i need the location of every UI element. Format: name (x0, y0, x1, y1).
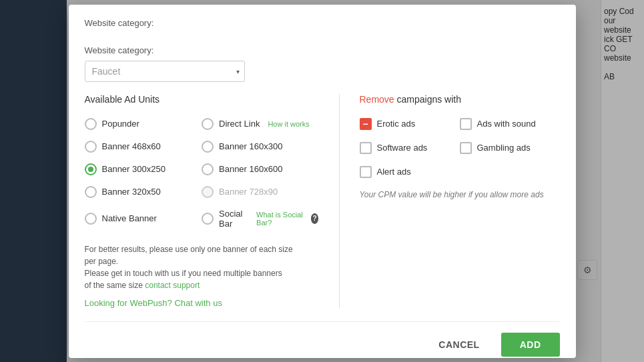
radio-label-banner-300x250: Banner 300x250 (102, 164, 166, 174)
radio-circle-banner-160x300 (202, 141, 214, 153)
website-category-label: Website category: (85, 18, 154, 28)
remove-campaigns-panel: Remove campaigns with Erotic ads Ads wit… (360, 94, 560, 308)
label-gambling-ads: Gambling ads (477, 143, 531, 153)
radio-label-popunder: Popunder (102, 119, 139, 129)
radio-banner-160x600[interactable]: Banner 160x600 (202, 159, 319, 179)
radio-circle-banner-320x50 (85, 186, 97, 198)
radio-label-direct-link: Direct Link (219, 119, 260, 129)
filter-erotic-ads[interactable]: Erotic ads (360, 114, 460, 134)
info-line4: of the same size (85, 281, 143, 290)
radio-label-banner-160x600: Banner 160x600 (219, 164, 282, 174)
remove-keyword: Remove (360, 94, 394, 105)
filter-gambling-ads[interactable]: Gambling ads (460, 138, 560, 158)
ad-units-title: Available Ad Units (85, 94, 319, 105)
help-icon-social-bar[interactable]: ? (311, 213, 319, 224)
ad-units-grid: Popunder Direct Link How it works Banner… (85, 114, 319, 233)
radio-label-banner-728x90: Banner 728x90 (219, 187, 278, 197)
radio-popunder[interactable]: Popunder (85, 114, 202, 134)
checkbox-erotic-ads (360, 118, 372, 130)
info-line1: For better results, please use only one … (85, 245, 293, 254)
filters-grid: Erotic ads Ads with sound Software ads (360, 114, 560, 182)
radio-banner-160x300[interactable]: Banner 160x300 (202, 137, 319, 157)
info-line2: per page. (85, 257, 119, 266)
radio-label-banner-468x60: Banner 468x60 (102, 141, 161, 151)
radio-circle-banner-728x90 (202, 186, 214, 198)
radio-label-social-bar: Social Bar (219, 209, 248, 229)
label-alert-ads: Alert ads (377, 167, 411, 177)
info-text: For better results, please use only one … (85, 243, 319, 291)
radio-native-banner[interactable]: Native Banner (85, 205, 202, 233)
radio-circle-banner-300x250 (85, 163, 97, 175)
radio-direct-link[interactable]: Direct Link How it works (202, 114, 319, 134)
how-it-works-link[interactable]: How it works (268, 120, 309, 128)
modal-backdrop: Website category: Website category: Fauc… (0, 0, 644, 362)
label-ads-with-sound: Ads with sound (477, 119, 536, 129)
radio-banner-320x50[interactable]: Banner 320x50 (85, 182, 202, 202)
website-category-dropdown[interactable]: Faucet (85, 61, 245, 82)
radio-circle-native-banner (85, 213, 97, 225)
what-is-social-bar-link[interactable]: What is Social Bar? (256, 211, 304, 227)
cpm-text: Your CPM value will be higher if you all… (360, 190, 560, 199)
radio-label-banner-160x300: Banner 160x300 (219, 141, 282, 151)
vertical-divider (339, 94, 340, 308)
radio-banner-300x250[interactable]: Banner 300x250 (85, 159, 202, 179)
add-button[interactable]: ADD (501, 333, 560, 357)
modal-footer: CANCEL ADD (85, 321, 560, 357)
checkbox-alert-ads (360, 166, 372, 178)
label-software-ads: Software ads (377, 143, 428, 153)
radio-label-native-banner: Native Banner (102, 213, 157, 223)
checkbox-software-ads (360, 142, 372, 154)
webpush-chat-link[interactable]: Looking for WebPush? Chat with us (85, 298, 319, 308)
radio-circle-direct-link (202, 118, 214, 130)
checkbox-gambling-ads (460, 142, 472, 154)
add-unit-modal: Website category: Website category: Fauc… (69, 5, 576, 358)
radio-circle-banner-468x60 (85, 141, 97, 153)
cancel-button[interactable]: CANCEL (425, 333, 493, 357)
label-erotic-ads: Erotic ads (377, 119, 416, 129)
website-category-select-wrapper[interactable]: Faucet ▾ (85, 61, 245, 82)
website-category-static-label: Website category: (85, 45, 560, 55)
radio-circle-social-bar (202, 213, 214, 225)
radio-social-bar[interactable]: Social Bar What is Social Bar? ? (202, 205, 319, 233)
radio-circle-popunder (85, 118, 97, 130)
contact-support-link[interactable]: contact support (145, 281, 200, 290)
filter-alert-ads[interactable]: Alert ads (360, 162, 560, 182)
radio-circle-banner-160x600 (202, 163, 214, 175)
filter-ads-with-sound[interactable]: Ads with sound (460, 114, 560, 134)
ad-units-panel: Available Ad Units Popunder Direct Link … (85, 94, 319, 308)
remove-rest: campaigns with (394, 94, 461, 105)
radio-banner-728x90: Banner 728x90 (202, 182, 319, 202)
radio-banner-468x60[interactable]: Banner 468x60 (85, 137, 202, 157)
filter-software-ads[interactable]: Software ads (360, 138, 460, 158)
info-line3: Please get in touch with us if you need … (85, 269, 282, 278)
checkbox-ads-with-sound (460, 118, 472, 130)
radio-label-banner-320x50: Banner 320x50 (102, 187, 161, 197)
remove-campaigns-header: Remove campaigns with (360, 94, 560, 105)
